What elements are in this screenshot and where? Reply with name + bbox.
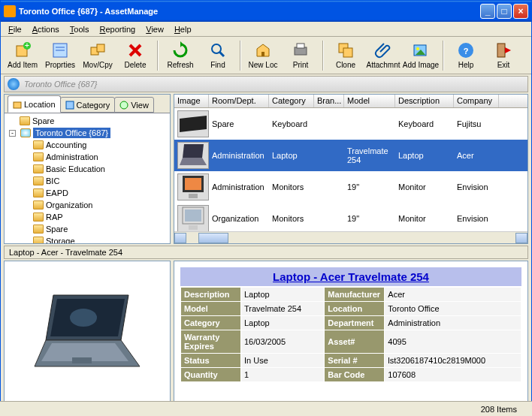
print-icon	[292, 41, 310, 59]
folder-icon	[33, 176, 44, 185]
grid-header: ImageRoom/Dept.CategoryBran...ModelDescr…	[174, 95, 527, 108]
toolbar-find[interactable]: Find	[199, 38, 237, 73]
app-icon	[4, 5, 16, 17]
tab-category[interactable]: Category	[60, 97, 116, 113]
detail-key: Department	[325, 316, 385, 330]
svg-rect-34	[189, 194, 198, 198]
detail-value: 107608	[385, 368, 521, 382]
find-icon	[209, 41, 227, 59]
toolbar-refresh[interactable]: Refresh	[162, 38, 199, 73]
tree-item[interactable]: Basic Education	[6, 163, 168, 175]
detail-value: Administration	[385, 316, 521, 330]
table-row[interactable]: OrganizationMonitors19"MonitorEnvision	[174, 203, 527, 231]
breadcrumb: Laptop - Acer - Travelmate 254	[4, 246, 528, 259]
tree-item[interactable]: -Toronto Office {687}	[6, 127, 168, 139]
statusbar: 208 Items	[0, 401, 532, 416]
detail-panel: Laptop - Acer Travelmate 254 Description…	[174, 261, 528, 405]
folder-icon	[33, 225, 44, 234]
column-header[interactable]: Model	[344, 95, 395, 107]
folder-icon	[33, 200, 44, 210]
status-item-count: 208 Items	[481, 405, 517, 414]
svg-point-20	[416, 47, 419, 50]
tree-item[interactable]: Administration	[6, 151, 168, 163]
svg-rect-27	[66, 101, 74, 109]
menu-help[interactable]: Help	[170, 23, 196, 35]
folder-icon	[33, 213, 44, 222]
scroll-thumb[interactable]	[198, 233, 228, 243]
tree-item[interactable]: RAP	[6, 211, 168, 223]
horizontal-scrollbar[interactable]	[174, 231, 527, 243]
svg-rect-14	[261, 52, 264, 56]
tree-item[interactable]: Storage	[6, 235, 168, 243]
tree-item[interactable]: Spare	[6, 115, 168, 127]
detail-title[interactable]: Laptop - Acer Travelmate 254	[180, 267, 521, 286]
toolbar-clone[interactable]: Clone	[327, 38, 364, 73]
menu-reporting[interactable]: Reporting	[95, 23, 141, 35]
left-panel: LocationCategoryView Spare-Toronto Offic…	[4, 94, 171, 244]
svg-marker-29	[180, 116, 207, 132]
detail-key: Category	[181, 316, 241, 330]
tab-view[interactable]: View	[114, 97, 154, 113]
grid-panel: ImageRoom/Dept.CategoryBran...ModelDescr…	[174, 94, 528, 244]
titlebar: Toronto Office {687} - AssetManage _ □ ×	[1, 1, 531, 22]
item-thumbnail	[177, 173, 209, 200]
column-header[interactable]: Category	[269, 95, 314, 107]
minimize-button[interactable]: _	[480, 4, 495, 19]
table-row[interactable]: SpareKeyboardKeyboardFujitsu	[174, 108, 527, 140]
newloc-icon	[254, 41, 272, 59]
toolbar: +Add ItemProprtiesMov/CpyDeleteRefreshFi…	[1, 37, 531, 74]
close-button[interactable]: ×	[513, 4, 528, 19]
tree-item[interactable]: BIC	[6, 175, 168, 187]
toolbar-proprties[interactable]: Proprties	[41, 38, 79, 73]
tab-location[interactable]: Location	[8, 95, 61, 113]
svg-text:?: ?	[464, 47, 469, 56]
detail-value: Laptop	[241, 316, 325, 330]
help-icon: ?	[457, 41, 475, 59]
toolbar-addimage[interactable]: Add Image	[402, 38, 440, 73]
svg-point-28	[120, 101, 128, 109]
tree-item[interactable]: Accounting	[6, 139, 168, 151]
svg-rect-37	[189, 225, 198, 230]
detail-value: 1	[241, 368, 325, 382]
expand-button[interactable]: -	[9, 130, 16, 137]
toolbar-help[interactable]: ?Help	[447, 38, 485, 73]
tab-icon	[13, 100, 22, 109]
table-row[interactable]: AdministrationLaptopTravelmate 254Laptop…	[174, 140, 527, 171]
svg-text:+: +	[25, 41, 29, 50]
detail-table: DescriptionLaptopManufacturerAcerModelTr…	[180, 287, 521, 382]
toolbar-delete[interactable]: Delete	[116, 38, 154, 73]
detail-value: 16/03/2005	[241, 330, 325, 354]
column-header[interactable]: Image	[174, 95, 209, 107]
menu-view[interactable]: View	[141, 23, 168, 35]
table-row[interactable]: AdministrationMonitors19"MonitorEnvision	[174, 171, 527, 203]
tab-icon	[65, 101, 74, 110]
svg-rect-7	[97, 44, 104, 52]
toolbar-print[interactable]: Print	[282, 38, 319, 73]
grid-body[interactable]: SpareKeyboardKeyboardFujitsuAdministrati…	[174, 108, 527, 231]
toolbar-additem[interactable]: +Add Item	[4, 38, 41, 73]
addimage-icon	[412, 41, 430, 59]
menu-actions[interactable]: Actions	[28, 23, 64, 35]
tree-item[interactable]: Spare	[6, 223, 168, 235]
tree-item[interactable]: Organization	[6, 199, 168, 211]
detail-key: Manufacturer	[325, 288, 385, 302]
toolbar-exit[interactable]: Exit	[485, 38, 522, 73]
delete-icon	[126, 41, 144, 59]
toolbar-newloc[interactable]: New Loc	[244, 38, 282, 73]
menu-tools[interactable]: Tools	[65, 23, 94, 35]
tree[interactable]: Spare-Toronto Office {687}AccountingAdmi…	[5, 113, 170, 243]
menu-file[interactable]: File	[4, 23, 26, 35]
detail-key: Bar Code	[325, 368, 385, 382]
column-header[interactable]: Company	[454, 95, 499, 107]
scroll-left-button[interactable]	[174, 233, 186, 243]
tree-item[interactable]: EAPD	[6, 187, 168, 199]
maximize-button[interactable]: □	[497, 4, 512, 19]
column-header[interactable]: Description	[395, 95, 454, 107]
svg-point-40	[70, 309, 97, 327]
toolbar-attachmnt[interactable]: Attachmnt	[364, 38, 402, 73]
column-header[interactable]: Room/Dept.	[209, 95, 269, 107]
toolbar-movcpy[interactable]: Mov/Cpy	[79, 38, 116, 73]
column-header[interactable]: Bran...	[314, 95, 344, 107]
folder-icon	[33, 152, 44, 161]
scroll-right-button[interactable]	[515, 233, 527, 243]
